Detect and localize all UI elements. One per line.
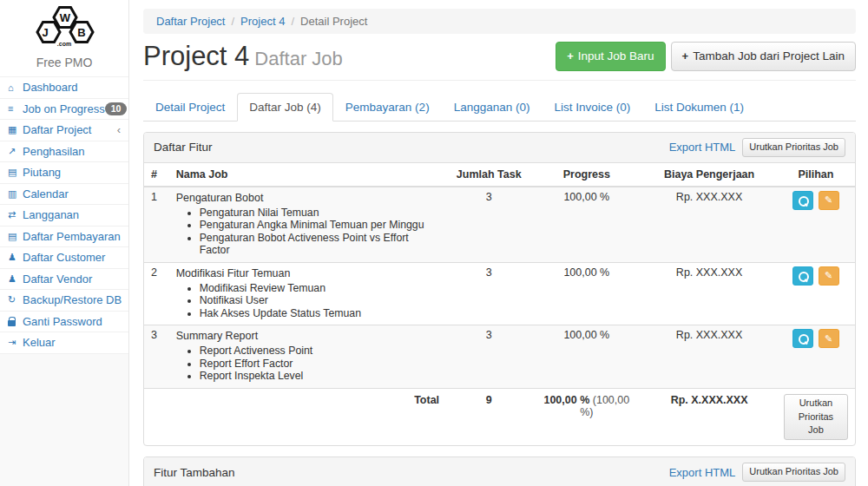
sidebar-nav: ⌂ Dashboard ≡ Job on Progress 10 ▦ Dafta… <box>0 76 128 353</box>
svg-text:B: B <box>77 26 85 39</box>
svg-text:J: J <box>42 26 48 39</box>
job-name: Modifikasi Fitur Temuan <box>176 266 439 281</box>
breadcrumb-daftar-project[interactable]: Daftar Project <box>156 15 225 28</box>
row-number: 2 <box>144 262 169 325</box>
sidebar-item-label: Daftar Pembayaran <box>23 230 121 243</box>
sign-out-icon: ⇥ <box>8 337 23 348</box>
breadcrumb-separator: / <box>291 15 294 28</box>
brand-name: Free PMO <box>0 54 128 76</box>
export-html-link[interactable]: Export HTML <box>669 466 736 479</box>
subtask-list: Pengaturan Nilai Temuan Pengaturan Angka… <box>190 207 439 257</box>
total-row: Total 9 100,00 % (100,00 %) Rp. X.XXX.XX… <box>144 388 855 445</box>
main-content: Daftar Project / Project 4 / Detail Proj… <box>129 0 868 486</box>
lock-icon <box>8 316 23 326</box>
jumlah-task-value: 3 <box>446 325 531 388</box>
app-logo[interactable]: J W B .com <box>0 0 128 54</box>
money-icon: ▤ <box>8 167 23 178</box>
sidebar-item-label: Job on Progress <box>23 102 105 115</box>
money-icon: ▤ <box>8 231 23 242</box>
tab-pembayaran[interactable]: Pembayaran (2) <box>333 93 442 122</box>
users-icon: ♟ <box>8 252 23 263</box>
edit-icon: ✎ <box>825 334 832 344</box>
sidebar-item-label: Dashboard <box>23 81 78 94</box>
input-job-baru-button[interactable]: + Input Job Baru <box>556 42 665 71</box>
table-row: 1 Pengaturan Bobot Pengaturan Nilai Temu… <box>144 187 855 262</box>
table-row: 2 Modifikasi Fitur Temuan Modifikasi Rev… <box>144 262 855 325</box>
calendar-icon: ▥ <box>8 188 23 200</box>
row-number: 3 <box>144 325 169 388</box>
biaya-value: Rp. XXX.XXX <box>641 262 777 325</box>
sidebar-item-job-on-progress[interactable]: ≡ Job on Progress 10 <box>0 98 128 120</box>
sidebar-item-daftar-pembayaran[interactable]: ▤ Daftar Pembayaran <box>0 226 128 247</box>
subtask-item: Pengaturan Bobot Activeness Point vs Eff… <box>200 232 439 257</box>
sidebar-item-label: Penghasilan <box>23 145 85 158</box>
page-header: Project 4Daftar Job + Input Job Baru + T… <box>143 41 856 81</box>
export-html-link[interactable]: Export HTML <box>669 141 736 154</box>
edit-job-button[interactable]: ✎ <box>819 191 839 210</box>
chevron-left-icon: ‹ <box>117 123 121 136</box>
jumlah-task-value: 3 <box>446 187 531 262</box>
sidebar-item-label: Daftar Vendor <box>23 273 92 286</box>
column-header-pilihan: Pilihan <box>777 163 855 187</box>
tab-bar: Detail Project Daftar Job (4) Pembayaran… <box>143 93 856 122</box>
urutkan-prioritas-button[interactable]: Urutkan Prioritas Job <box>742 463 845 482</box>
sidebar-item-keluar[interactable]: ⇥ Keluar <box>0 332 128 353</box>
view-job-button[interactable] <box>792 266 813 286</box>
search-icon <box>798 333 808 344</box>
breadcrumb: Daftar Project / Project 4 / Detail Proj… <box>143 9 856 34</box>
tambah-job-button[interactable]: + Tambah Job dari Project Lain <box>671 42 856 71</box>
view-job-button[interactable] <box>792 191 813 210</box>
sidebar-item-label: Calendar <box>23 187 69 200</box>
sidebar-item-label: Keluar <box>23 336 56 349</box>
page-subtitle: Daftar Job <box>254 48 343 69</box>
edit-job-button[interactable]: ✎ <box>819 329 839 348</box>
panel-fitur-tambahan: Fitur Tambahan Export HTML Urutkan Prior… <box>143 456 856 486</box>
column-header-jumlah-task: Jumlah Task <box>446 163 531 187</box>
panel-heading: Fitur Tambahan Export HTML Urutkan Prior… <box>144 457 855 486</box>
exchange-icon: ⇄ <box>8 209 23 220</box>
sidebar-item-daftar-project[interactable]: ▦ Daftar Project ‹ <box>0 119 128 141</box>
plus-icon: + <box>567 49 574 65</box>
header-buttons: + Input Job Baru + Tambah Job dari Proje… <box>556 42 856 71</box>
daftar-fitur-table: # Nama Job Jumlah Task Progress Biaya Pe… <box>144 163 855 445</box>
sidebar-filler <box>0 353 128 486</box>
sidebar-item-label: Langganan <box>23 208 79 221</box>
column-header-biaya: Biaya Pengerjaan <box>641 163 777 187</box>
subtask-item: Modifikasi Review Temuan <box>200 282 439 295</box>
dashboard-icon: ⌂ <box>8 82 23 93</box>
sidebar-item-daftar-customer[interactable]: ♟ Daftar Customer <box>0 246 128 268</box>
total-tasks: 9 <box>446 388 531 445</box>
sidebar-item-calendar[interactable]: ▥ Calendar <box>0 183 128 205</box>
progress-value: 100,00 % <box>531 262 641 325</box>
tab-daftar-job[interactable]: Daftar Job (4) <box>237 93 333 122</box>
breadcrumb-project-4[interactable]: Project 4 <box>240 15 285 28</box>
sidebar-item-langganan[interactable]: ⇄ Langganan <box>0 204 128 226</box>
svg-text:W: W <box>60 11 71 24</box>
table-header-row: # Nama Job Jumlah Task Progress Biaya Pe… <box>144 163 855 187</box>
sidebar-item-piutang[interactable]: ▤ Piutang <box>0 161 128 183</box>
tab-list-invoice[interactable]: List Invoice (0) <box>542 93 642 122</box>
sidebar-item-penghasilan[interactable]: ↗ Penghasilan <box>0 141 128 162</box>
sidebar-item-ganti-password[interactable]: Ganti Password <box>0 311 128 332</box>
tab-list-dokumen[interactable]: List Dokumen (1) <box>642 93 756 122</box>
urutkan-prioritas-button[interactable]: Urutkan Prioritas Job <box>742 138 845 157</box>
sidebar-item-label: Ganti Password <box>23 315 102 328</box>
subtask-item: Report Effort Factor <box>200 358 439 371</box>
urutkan-prioritas-button[interactable]: Urutkan Prioritas Job <box>784 394 848 441</box>
view-job-button[interactable] <box>792 329 813 348</box>
sidebar-item-backup-restore-db[interactable]: ↻ Backup/Restore DB <box>0 289 128 311</box>
edit-job-button[interactable]: ✎ <box>819 266 839 286</box>
refresh-icon: ↻ <box>8 294 23 305</box>
progress-value: 100,00 % <box>531 325 641 388</box>
subtask-list: Modifikasi Review Temuan Notifikasi User… <box>190 282 439 320</box>
sidebar-item-dashboard[interactable]: ⌂ Dashboard <box>0 76 128 98</box>
sidebar-item-daftar-vendor[interactable]: ♟ Daftar Vendor <box>0 268 128 290</box>
sidebar-item-label: Daftar Customer <box>23 251 105 264</box>
panel-heading: Daftar Fitur Export HTML Urutkan Priorit… <box>144 133 855 163</box>
breadcrumb-separator: / <box>231 15 234 28</box>
plus-icon: + <box>682 49 689 65</box>
progress-value: 100,00 % <box>531 187 641 262</box>
tab-langganan[interactable]: Langganan (0) <box>442 93 542 122</box>
search-icon <box>798 195 808 206</box>
tab-detail-project[interactable]: Detail Project <box>143 93 237 122</box>
